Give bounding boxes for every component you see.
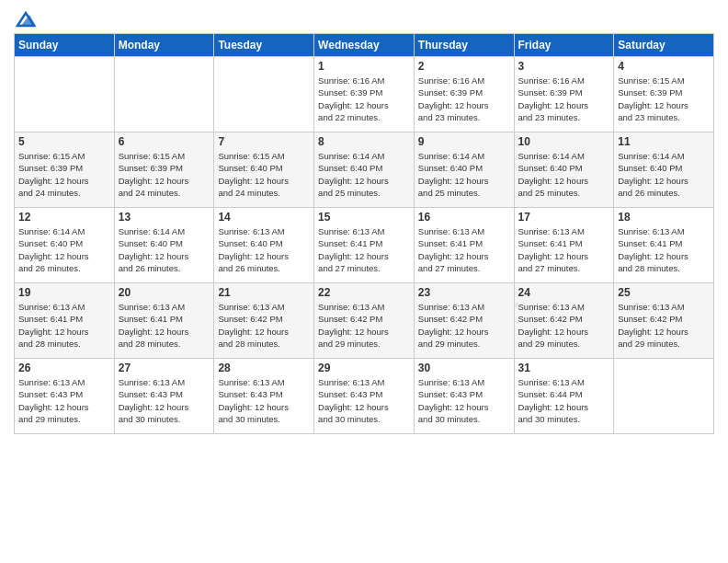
day-info: Sunrise: 6:16 AM Sunset: 6:39 PM Dayligh… [318,75,410,123]
calendar-header-cell: Wednesday [314,34,415,57]
day-info: Sunrise: 6:13 AM Sunset: 6:41 PM Dayligh… [618,225,710,274]
day-number: 13 [119,211,210,224]
calendar-header-cell: Monday [114,34,214,57]
calendar-day-cell: 22Sunrise: 6:13 AM Sunset: 6:42 PM Dayli… [314,283,415,359]
day-info: Sunrise: 6:14 AM Sunset: 6:40 PM Dayligh… [418,150,510,199]
day-number: 3 [518,60,610,73]
day-number: 2 [418,60,510,73]
day-info: Sunrise: 6:15 AM Sunset: 6:39 PM Dayligh… [119,150,210,199]
day-info: Sunrise: 6:13 AM Sunset: 6:43 PM Dayligh… [218,376,310,425]
day-info: Sunrise: 6:13 AM Sunset: 6:43 PM Dayligh… [119,376,210,425]
calendar-day-cell: 24Sunrise: 6:13 AM Sunset: 6:42 PM Dayli… [514,283,614,359]
day-info: Sunrise: 6:13 AM Sunset: 6:42 PM Dayligh… [618,301,710,350]
day-number: 23 [418,286,510,299]
day-info: Sunrise: 6:13 AM Sunset: 6:41 PM Dayligh… [418,225,510,274]
day-number: 1 [318,60,410,73]
calendar-day-cell: 20Sunrise: 6:13 AM Sunset: 6:41 PM Dayli… [114,283,214,359]
header [14,9,714,26]
calendar-day-cell: 10Sunrise: 6:14 AM Sunset: 6:40 PM Dayli… [514,132,614,208]
day-number: 17 [518,211,610,224]
calendar-day-cell: 21Sunrise: 6:13 AM Sunset: 6:42 PM Dayli… [214,283,314,359]
calendar-day-cell: 8Sunrise: 6:14 AM Sunset: 6:40 PM Daylig… [314,132,415,208]
calendar-header-cell: Saturday [614,34,714,57]
day-number: 15 [318,211,410,224]
calendar-day-cell [15,57,115,132]
day-info: Sunrise: 6:13 AM Sunset: 6:43 PM Dayligh… [418,376,510,425]
day-info: Sunrise: 6:13 AM Sunset: 6:43 PM Dayligh… [318,376,410,425]
day-number: 22 [318,286,410,299]
calendar-day-cell: 17Sunrise: 6:13 AM Sunset: 6:41 PM Dayli… [514,208,614,283]
calendar-week-row: 26Sunrise: 6:13 AM Sunset: 6:43 PM Dayli… [15,359,714,434]
day-info: Sunrise: 6:14 AM Sunset: 6:40 PM Dayligh… [518,150,610,199]
day-info: Sunrise: 6:13 AM Sunset: 6:41 PM Dayligh… [518,225,610,274]
day-number: 28 [218,362,310,374]
calendar-day-cell [214,57,314,132]
calendar-table: SundayMondayTuesdayWednesdayThursdayFrid… [14,33,714,434]
calendar-header-cell: Friday [514,34,614,57]
day-number: 6 [119,135,210,148]
calendar-header-cell: Thursday [414,34,514,57]
day-number: 12 [18,211,110,224]
day-info: Sunrise: 6:13 AM Sunset: 6:40 PM Dayligh… [218,225,310,274]
day-info: Sunrise: 6:13 AM Sunset: 6:42 PM Dayligh… [318,301,410,350]
day-info: Sunrise: 6:13 AM Sunset: 6:41 PM Dayligh… [119,301,210,350]
calendar-day-cell: 3Sunrise: 6:16 AM Sunset: 6:39 PM Daylig… [514,57,614,132]
day-info: Sunrise: 6:16 AM Sunset: 6:39 PM Dayligh… [418,75,510,123]
page: SundayMondayTuesdayWednesdayThursdayFrid… [0,0,728,563]
calendar-header-cell: Tuesday [214,34,314,57]
calendar-header-cell: Sunday [15,34,115,57]
day-number: 19 [18,286,110,299]
day-info: Sunrise: 6:13 AM Sunset: 6:44 PM Dayligh… [518,376,610,425]
day-number: 24 [518,286,610,299]
calendar-day-cell: 30Sunrise: 6:13 AM Sunset: 6:43 PM Dayli… [414,359,514,434]
calendar-day-cell: 1Sunrise: 6:16 AM Sunset: 6:39 PM Daylig… [314,57,415,132]
calendar-day-cell: 11Sunrise: 6:14 AM Sunset: 6:40 PM Dayli… [614,132,714,208]
day-info: Sunrise: 6:13 AM Sunset: 6:42 PM Dayligh… [218,301,310,350]
calendar-header-row: SundayMondayTuesdayWednesdayThursdayFrid… [15,34,714,57]
calendar-body: 1Sunrise: 6:16 AM Sunset: 6:39 PM Daylig… [15,57,714,434]
calendar-day-cell: 26Sunrise: 6:13 AM Sunset: 6:43 PM Dayli… [15,359,115,434]
day-info: Sunrise: 6:13 AM Sunset: 6:42 PM Dayligh… [418,301,510,350]
day-number: 11 [618,135,710,148]
calendar-week-row: 12Sunrise: 6:14 AM Sunset: 6:40 PM Dayli… [15,208,714,283]
day-number: 16 [418,211,510,224]
calendar-week-row: 1Sunrise: 6:16 AM Sunset: 6:39 PM Daylig… [15,57,714,132]
day-number: 20 [119,286,210,299]
calendar-week-row: 5Sunrise: 6:15 AM Sunset: 6:39 PM Daylig… [15,132,714,208]
day-info: Sunrise: 6:13 AM Sunset: 6:41 PM Dayligh… [318,225,410,274]
day-info: Sunrise: 6:14 AM Sunset: 6:40 PM Dayligh… [618,150,710,199]
day-info: Sunrise: 6:13 AM Sunset: 6:42 PM Dayligh… [518,301,610,350]
logo [14,9,36,26]
day-info: Sunrise: 6:13 AM Sunset: 6:43 PM Dayligh… [18,376,110,425]
calendar-day-cell: 28Sunrise: 6:13 AM Sunset: 6:43 PM Dayli… [214,359,314,434]
calendar-day-cell: 25Sunrise: 6:13 AM Sunset: 6:42 PM Dayli… [614,283,714,359]
day-number: 7 [218,135,310,148]
day-info: Sunrise: 6:13 AM Sunset: 6:41 PM Dayligh… [18,301,110,350]
calendar-day-cell: 16Sunrise: 6:13 AM Sunset: 6:41 PM Dayli… [414,208,514,283]
calendar-day-cell [114,57,214,132]
day-info: Sunrise: 6:15 AM Sunset: 6:39 PM Dayligh… [618,75,710,123]
day-number: 25 [618,286,710,299]
calendar-day-cell: 31Sunrise: 6:13 AM Sunset: 6:44 PM Dayli… [514,359,614,434]
day-number: 14 [218,211,310,224]
day-info: Sunrise: 6:14 AM Sunset: 6:40 PM Dayligh… [318,150,410,199]
calendar-day-cell: 12Sunrise: 6:14 AM Sunset: 6:40 PM Dayli… [15,208,115,283]
day-number: 5 [18,135,110,148]
calendar-day-cell: 23Sunrise: 6:13 AM Sunset: 6:42 PM Dayli… [414,283,514,359]
day-info: Sunrise: 6:16 AM Sunset: 6:39 PM Dayligh… [518,75,610,123]
calendar-day-cell: 29Sunrise: 6:13 AM Sunset: 6:43 PM Dayli… [314,359,415,434]
calendar-day-cell: 13Sunrise: 6:14 AM Sunset: 6:40 PM Dayli… [114,208,214,283]
calendar-day-cell: 18Sunrise: 6:13 AM Sunset: 6:41 PM Dayli… [614,208,714,283]
calendar-day-cell: 2Sunrise: 6:16 AM Sunset: 6:39 PM Daylig… [414,57,514,132]
day-number: 29 [318,362,410,374]
calendar-week-row: 19Sunrise: 6:13 AM Sunset: 6:41 PM Dayli… [15,283,714,359]
day-number: 26 [18,362,110,374]
day-number: 31 [518,362,610,374]
day-number: 18 [618,211,710,224]
day-info: Sunrise: 6:14 AM Sunset: 6:40 PM Dayligh… [119,225,210,274]
day-info: Sunrise: 6:14 AM Sunset: 6:40 PM Dayligh… [18,225,110,274]
calendar-day-cell [614,359,714,434]
calendar-day-cell: 9Sunrise: 6:14 AM Sunset: 6:40 PM Daylig… [414,132,514,208]
day-info: Sunrise: 6:15 AM Sunset: 6:40 PM Dayligh… [218,150,310,199]
day-number: 27 [119,362,210,374]
